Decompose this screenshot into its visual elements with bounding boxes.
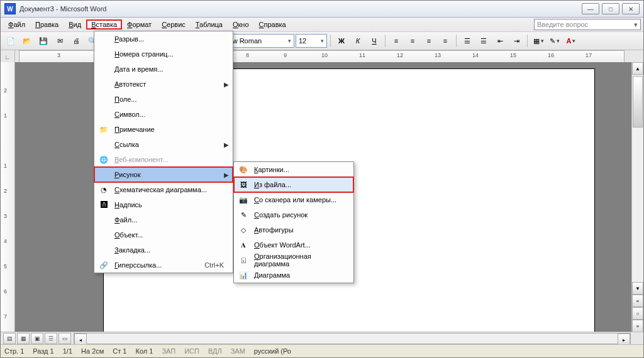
folder-icon: 📁 xyxy=(96,122,112,137)
menubar: ФайлПравкаВидВставкаФорматСервисТаблицаО… xyxy=(1,18,643,32)
menu-файл[interactable]: Файл xyxy=(3,19,30,30)
statusbar: Стр. 1 Разд 1 1/1 На 2см Ст 1 Кол 1 ЗАП … xyxy=(1,344,643,357)
menu-item-схематическая-диаграмма-[interactable]: ◔Схематическая диаграмма... xyxy=(94,182,233,197)
vertical-ruler[interactable]: 211234567 xyxy=(1,62,15,332)
menu-вид[interactable]: Вид xyxy=(64,19,86,30)
open-icon[interactable]: 📂 xyxy=(19,33,35,48)
submenu-item-организационная-диаграмма[interactable]: ⌺Организационная диаграмма xyxy=(234,252,353,268)
underline-icon[interactable]: Ч xyxy=(367,33,382,48)
bulleted-list-icon[interactable]: ☰ xyxy=(476,33,491,48)
bold-icon[interactable]: Ж xyxy=(334,33,349,48)
submenu-item-label: Картинки... xyxy=(252,166,342,173)
font-color-icon[interactable]: A▾ xyxy=(564,33,579,48)
submenu-item-диаграмма[interactable]: 📊Диаграмма xyxy=(234,268,353,283)
ruler-tick: 1 xyxy=(4,163,7,169)
scroll-thumb[interactable] xyxy=(633,76,643,127)
submenu-item-объект-wordart-[interactable]: 𝐀Объект WordArt... xyxy=(234,237,353,252)
submenu-item-создать-рисунок[interactable]: ✎Создать рисунок xyxy=(234,207,353,222)
help-placeholder: Введите вопрос xyxy=(537,21,588,28)
menu-вставка[interactable]: Вставка xyxy=(86,19,122,30)
menu-item-рисунок[interactable]: Рисунок▶ xyxy=(94,167,233,182)
new-doc-icon[interactable]: 📄 xyxy=(3,33,18,48)
print-icon[interactable]: 🖨 xyxy=(69,33,84,48)
ruler-tick: 5 xyxy=(4,263,7,269)
maximize-button[interactable]: □ xyxy=(602,3,619,14)
menu-таблица[interactable]: Таблица xyxy=(191,19,228,30)
ruler-tick: 14 xyxy=(472,52,479,58)
align-right-icon[interactable]: ≡ xyxy=(421,33,436,48)
submenu-item-из-файла-[interactable]: 🖼Из файла... xyxy=(234,177,353,192)
menu-item-разрыв-[interactable]: Разрыв... xyxy=(94,31,233,46)
status-page-of: 1/1 xyxy=(63,347,72,355)
submenu-item-label: Объект WordArt... xyxy=(252,241,342,249)
menu-item-label: Автотекст xyxy=(112,80,221,88)
scroll-down-icon[interactable]: ▼ xyxy=(632,282,643,295)
help-search-box[interactable]: Введите вопрос▾ xyxy=(534,19,641,30)
submenu-item-автофигуры[interactable]: ◇Автофигуры xyxy=(234,222,353,237)
submenu-item-label: Со сканера или камеры... xyxy=(252,196,342,203)
borders-icon[interactable]: ▦▾ xyxy=(531,33,546,48)
menu-item-надпись[interactable]: 🅰Надпись xyxy=(94,197,233,212)
font-size-field[interactable]: 12 ▾ xyxy=(296,34,327,48)
picture-submenu: 🎨Картинки...🖼Из файла...📷Со сканера или … xyxy=(233,161,354,283)
prev-page-icon[interactable]: « xyxy=(632,295,643,307)
scroll-track[interactable] xyxy=(632,75,643,282)
blank-icon xyxy=(96,107,112,122)
menu-item-дата-и-время-[interactable]: Дата и время... xyxy=(94,62,233,77)
align-justify-icon[interactable]: ≡ xyxy=(438,33,453,48)
highlight-icon[interactable]: ✎▾ xyxy=(547,33,562,48)
numbered-list-icon[interactable]: ☰ xyxy=(460,33,475,48)
chevron-down-icon: ▾ xyxy=(288,38,291,44)
reading-view-icon[interactable]: ▭ xyxy=(58,333,71,344)
normal-view-icon[interactable]: ▤ xyxy=(3,333,16,344)
menu-item-символ-[interactable]: Символ... xyxy=(94,107,233,122)
next-page-icon[interactable]: » xyxy=(632,320,643,332)
font-size-value: 12 xyxy=(299,37,306,45)
outline-view-icon[interactable]: ☰ xyxy=(45,333,57,344)
status-zap: ЗАП xyxy=(162,347,175,355)
ruler-tick: 4 xyxy=(4,238,7,244)
submenu-item-со-сканера-или-камеры-[interactable]: 📷Со сканера или камеры... xyxy=(234,192,353,207)
menu-item-поле-[interactable]: Поле... xyxy=(94,92,233,107)
close-button[interactable]: ✕ xyxy=(622,3,640,14)
save-icon[interactable]: 💾 xyxy=(36,33,51,48)
web-view-icon[interactable]: ▦ xyxy=(17,333,30,344)
scroll-up-icon[interactable]: ▲ xyxy=(632,62,643,75)
menu-item-ссылка[interactable]: Ссылка▶ xyxy=(94,137,233,152)
shortcut-label: Ctrl+K xyxy=(204,261,224,269)
menu-item-label: Ссылка xyxy=(112,141,221,148)
print-view-icon[interactable]: ▣ xyxy=(31,333,43,344)
italic-icon[interactable]: К xyxy=(350,33,365,48)
align-center-icon[interactable]: ≡ xyxy=(405,33,420,48)
minimize-button[interactable]: — xyxy=(582,3,599,14)
chevron-down-icon: ▾ xyxy=(634,21,638,29)
toolbar-separator xyxy=(456,35,457,47)
scan-icon: 📷 xyxy=(235,192,252,207)
submenu-item-картинки-[interactable]: 🎨Картинки... xyxy=(234,162,353,177)
indent-icon[interactable]: ⇥ xyxy=(509,33,524,48)
menu-справка[interactable]: Справка xyxy=(254,19,291,30)
browse-object-icon[interactable]: ○ xyxy=(632,307,643,320)
vertical-scrollbar[interactable]: ▲ ▼ « ○ » xyxy=(631,62,643,332)
menu-item-номера-страниц-[interactable]: Номера страниц... xyxy=(94,46,233,62)
menu-item-гиперссылка-[interactable]: 🔗Гиперссылка...Ctrl+K xyxy=(94,258,233,273)
menu-правка[interactable]: Правка xyxy=(30,19,64,30)
menu-окно[interactable]: Окно xyxy=(228,19,254,30)
mail-icon[interactable]: ✉ xyxy=(52,33,67,48)
menu-item-файл-[interactable]: Файл... xyxy=(94,212,233,227)
outdent-icon[interactable]: ⇤ xyxy=(492,33,508,48)
menu-сервис[interactable]: Сервис xyxy=(157,19,191,30)
menu-item-закладка-[interactable]: Закладка... xyxy=(94,242,233,258)
ruler-tick: 13 xyxy=(435,52,441,58)
menu-формат[interactable]: Формат xyxy=(122,19,157,30)
ruler-tick: 15 xyxy=(510,52,516,58)
menu-item-примечание[interactable]: 📁Примечание xyxy=(94,122,233,137)
diagram-icon: ◔ xyxy=(96,182,112,197)
document-title: Документ3 - Microsoft Word xyxy=(19,5,582,13)
file-icon: 🖼 xyxy=(235,177,252,192)
menu-item-автотекст[interactable]: Автотекст▶ xyxy=(94,77,233,92)
ruler-tick: 8 xyxy=(246,52,249,58)
menu-item-объект-[interactable]: Объект... xyxy=(94,227,233,242)
align-left-icon[interactable]: ≡ xyxy=(389,33,404,48)
horizontal-scrollbar[interactable]: ◂ ▸ xyxy=(74,333,631,344)
